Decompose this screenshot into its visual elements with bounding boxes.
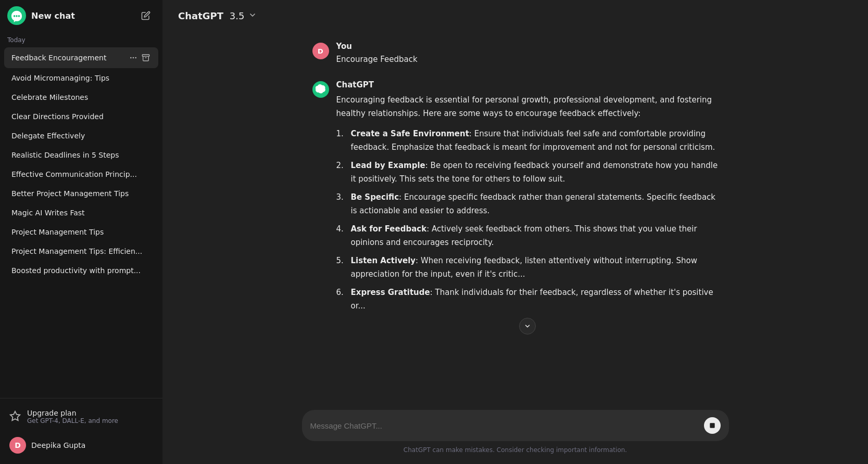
chatgpt-logo-icon	[7, 6, 26, 25]
user-message-name: You	[336, 42, 719, 51]
sidebar-item-boosted-productivity[interactable]: Boosted productivity with prompt...	[4, 261, 158, 280]
svg-marker-8	[10, 411, 20, 420]
sidebar-item-label: Feedback Encouragement	[11, 54, 128, 62]
sidebar-item-label: Delegate Effectively	[11, 132, 151, 140]
gpt-message-content: ChatGPT Encouraging feedback is essentia…	[336, 80, 719, 334]
list-item-bold: Express Gratitude	[351, 288, 430, 297]
sidebar: New chat Today Feedback Encouragement	[0, 0, 162, 464]
sidebar-item-effective-communication[interactable]: Effective Communication Princip...	[4, 165, 158, 184]
list-item: 3. Be Specific: Encourage specific feedb…	[336, 191, 719, 217]
list-item: 5. Listen Actively: When receiving feedb…	[336, 254, 719, 281]
upgrade-title: Upgrade plan	[27, 409, 118, 417]
topbar: ChatGPT 3.5	[162, 0, 868, 31]
model-name-label: ChatGPT	[178, 10, 223, 21]
list-item-bold: Ask for Feedback	[351, 224, 427, 234]
sidebar-item-magic-ai[interactable]: Magic AI Writes Fast	[4, 203, 158, 222]
svg-point-1	[14, 15, 16, 17]
model-version-label: 3.5	[227, 10, 244, 21]
edit-icon-button[interactable]	[136, 6, 155, 25]
svg-rect-9	[710, 423, 714, 428]
list-item-bold: Listen Actively	[351, 256, 416, 265]
sidebar-item-label: Project Management Tips	[11, 228, 151, 236]
sidebar-header: New chat	[0, 0, 162, 31]
sidebar-item-label: Boosted productivity with prompt...	[11, 266, 151, 275]
user-avatar: D	[9, 437, 26, 454]
chevron-down-icon	[248, 11, 257, 21]
sidebar-item-label: Project Management Tips: Efficien...	[11, 247, 151, 255]
svg-point-3	[18, 15, 20, 17]
gpt-message: ChatGPT Encouraging feedback is essentia…	[312, 80, 719, 334]
more-options-icon[interactable]	[128, 53, 139, 63]
sidebar-item-realistic-deadlines[interactable]: Realistic Deadlines in 5 Steps	[4, 146, 158, 164]
list-item: 2. Lead by Example: Be open to receiving…	[336, 159, 719, 186]
sidebar-item-label: Realistic Deadlines in 5 Steps	[11, 151, 151, 159]
username-label: Deepika Gupta	[31, 441, 85, 449]
scroll-indicator	[336, 318, 719, 334]
sidebar-item-feedback-encouragement[interactable]: Feedback Encouragement	[4, 47, 158, 68]
sidebar-item-label: Magic AI Writes Fast	[11, 209, 151, 217]
user-message-avatar: D	[312, 43, 329, 59]
svg-point-4	[130, 57, 132, 59]
gpt-response-list: 1. Create a Safe Environment: Ensure tha…	[336, 127, 719, 313]
sidebar-item-avoid-micromanaging[interactable]: Avoid Micromanaging: Tips	[4, 69, 158, 87]
list-item-bold: Create a Safe Environment	[351, 129, 469, 138]
sidebar-item-project-management-tips[interactable]: Project Management Tips	[4, 223, 158, 241]
upgrade-subtitle: Get GPT-4, DALL-E, and more	[27, 417, 118, 424]
chat-area: D You Encourage Feedback ChatGPT Encoura…	[162, 31, 868, 404]
sidebar-item-celebrate-milestones[interactable]: Celebrate Milestones	[4, 88, 158, 107]
sidebar-list: Feedback Encouragement Avoid Microman	[0, 47, 162, 398]
sidebar-brand[interactable]: New chat	[7, 6, 75, 25]
sidebar-item-label: Better Project Management Tips	[11, 189, 151, 198]
upgrade-plan-button[interactable]: Upgrade plan Get GPT-4, DALL-E, and more	[4, 404, 158, 430]
upgrade-icon	[9, 410, 22, 423]
user-profile-button[interactable]: D Deepika Gupta	[4, 432, 158, 459]
sidebar-item-actions	[128, 53, 151, 63]
scroll-down-button[interactable]	[519, 318, 536, 334]
svg-point-5	[133, 57, 134, 59]
sidebar-item-label: Effective Communication Princip...	[11, 170, 151, 178]
new-chat-label: New chat	[31, 11, 75, 21]
message-input[interactable]	[310, 421, 699, 430]
today-section-label: Today	[0, 31, 162, 47]
svg-point-2	[16, 15, 18, 17]
sidebar-item-label: Clear Directions Provided	[11, 112, 151, 121]
input-area: ChatGPT can make mistakes. Consider chec…	[162, 404, 868, 464]
sidebar-item-label: Celebrate Milestones	[11, 93, 151, 101]
list-item: 6. Express Gratitude: Thank individuals …	[336, 286, 719, 313]
sidebar-item-project-management-efficient[interactable]: Project Management Tips: Efficien...	[4, 242, 158, 261]
model-selector-button[interactable]: ChatGPT 3.5	[173, 7, 262, 24]
user-message: D You Encourage Feedback	[312, 42, 719, 66]
sidebar-item-delegate-effectively[interactable]: Delegate Effectively	[4, 126, 158, 145]
user-message-text: Encourage Feedback	[336, 53, 719, 66]
sidebar-footer: Upgrade plan Get GPT-4, DALL-E, and more…	[0, 398, 162, 464]
list-item: 4. Ask for Feedback: Actively seek feedb…	[336, 223, 719, 249]
archive-icon[interactable]	[141, 53, 151, 63]
stop-button[interactable]	[704, 417, 721, 434]
user-message-content: You Encourage Feedback	[336, 42, 719, 66]
disclaimer-text: ChatGPT can make mistakes. Consider chec…	[404, 446, 627, 454]
gpt-message-name: ChatGPT	[336, 80, 719, 89]
gpt-intro-text: Encouraging feedback is essential for pe…	[336, 94, 719, 120]
svg-rect-7	[142, 55, 149, 56]
sidebar-item-clear-directions[interactable]: Clear Directions Provided	[4, 107, 158, 126]
main-content: ChatGPT 3.5 D You Encourage Feedback	[162, 0, 868, 464]
list-item-bold: Lead by Example	[351, 161, 425, 170]
chat-messages: D You Encourage Feedback ChatGPT Encoura…	[302, 42, 729, 349]
gpt-message-avatar	[312, 81, 329, 98]
sidebar-item-label: Avoid Micromanaging: Tips	[11, 74, 151, 82]
upgrade-text-block: Upgrade plan Get GPT-4, DALL-E, and more	[27, 409, 118, 424]
input-container	[302, 410, 729, 441]
list-item-bold: Be Specific	[351, 192, 399, 202]
sidebar-item-better-project[interactable]: Better Project Management Tips	[4, 184, 158, 203]
list-item: 1. Create a Safe Environment: Ensure tha…	[336, 127, 719, 154]
svg-point-6	[135, 57, 136, 59]
